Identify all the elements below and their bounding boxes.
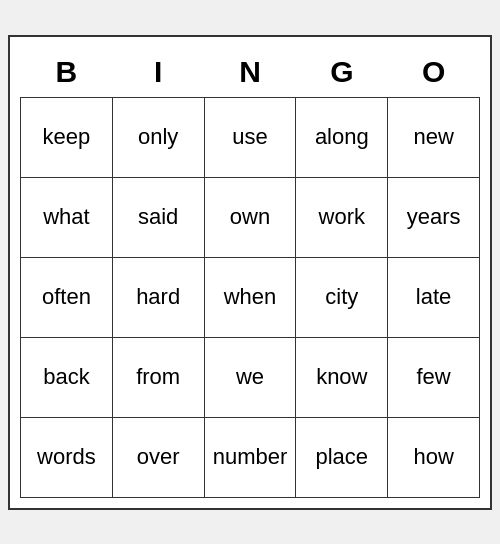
bingo-cell[interactable]: along bbox=[296, 97, 388, 177]
bingo-cell[interactable]: new bbox=[388, 97, 480, 177]
table-row: oftenhardwhencitylate bbox=[21, 257, 480, 337]
bingo-card: B I N G O keeponlyusealongnewwhatsaidown… bbox=[8, 35, 492, 510]
bingo-cell[interactable]: said bbox=[112, 177, 204, 257]
bingo-cell[interactable]: own bbox=[204, 177, 296, 257]
bingo-cell[interactable]: hard bbox=[112, 257, 204, 337]
bingo-cell[interactable]: when bbox=[204, 257, 296, 337]
bingo-cell[interactable]: over bbox=[112, 417, 204, 497]
header-i: I bbox=[112, 47, 204, 98]
table-row: wordsovernumberplacehow bbox=[21, 417, 480, 497]
bingo-cell[interactable]: place bbox=[296, 417, 388, 497]
bingo-cell[interactable]: late bbox=[388, 257, 480, 337]
bingo-cell[interactable]: we bbox=[204, 337, 296, 417]
bingo-cell[interactable]: know bbox=[296, 337, 388, 417]
bingo-cell[interactable]: city bbox=[296, 257, 388, 337]
bingo-cell[interactable]: work bbox=[296, 177, 388, 257]
bingo-cell[interactable]: what bbox=[21, 177, 113, 257]
header-row: B I N G O bbox=[21, 47, 480, 98]
bingo-cell[interactable]: back bbox=[21, 337, 113, 417]
header-b: B bbox=[21, 47, 113, 98]
bingo-cell[interactable]: use bbox=[204, 97, 296, 177]
table-row: backfromweknowfew bbox=[21, 337, 480, 417]
table-row: whatsaidownworkyears bbox=[21, 177, 480, 257]
bingo-cell[interactable]: how bbox=[388, 417, 480, 497]
header-g: G bbox=[296, 47, 388, 98]
bingo-cell[interactable]: words bbox=[21, 417, 113, 497]
table-row: keeponlyusealongnew bbox=[21, 97, 480, 177]
bingo-cell[interactable]: number bbox=[204, 417, 296, 497]
bingo-cell[interactable]: only bbox=[112, 97, 204, 177]
bingo-cell[interactable]: from bbox=[112, 337, 204, 417]
bingo-cell[interactable]: few bbox=[388, 337, 480, 417]
header-o: O bbox=[388, 47, 480, 98]
bingo-table: B I N G O keeponlyusealongnewwhatsaidown… bbox=[20, 47, 480, 498]
header-n: N bbox=[204, 47, 296, 98]
bingo-cell[interactable]: years bbox=[388, 177, 480, 257]
bingo-cell[interactable]: often bbox=[21, 257, 113, 337]
bingo-cell[interactable]: keep bbox=[21, 97, 113, 177]
bingo-body: keeponlyusealongnewwhatsaidownworkyearso… bbox=[21, 97, 480, 497]
